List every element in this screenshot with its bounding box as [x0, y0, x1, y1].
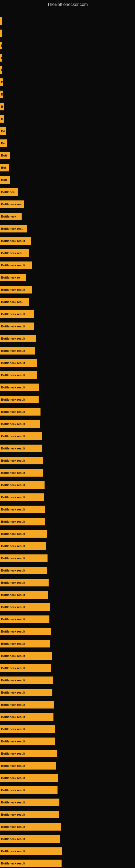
bar-row: Bottleneck result	[0, 518, 45, 525]
bar-label: Bottleneck	[1, 215, 16, 218]
bar: Bottleneck res	[0, 200, 24, 208]
bar-row: Bottleneck result	[0, 652, 52, 660]
bar-row: Bottleneck resu	[0, 225, 27, 232]
bar-label: E	[1, 68, 2, 72]
bar-row: Bottleneck result	[0, 383, 39, 391]
bar-row: Bottleneck result	[0, 481, 45, 489]
bar: Bottleneck result	[0, 493, 44, 501]
bar-label: Bottleneck result	[1, 727, 25, 731]
bar-label: Bottleneck result	[1, 630, 25, 633]
bar-label: Bottleneck result	[1, 386, 25, 389]
bar-row: Bottleneck result	[0, 261, 32, 269]
bar-row: Bottleneck result	[0, 677, 53, 684]
bar: Bo	[0, 140, 7, 147]
bar-row: Bottleneck result	[0, 408, 41, 415]
bar-row: Bottleneck result	[0, 335, 36, 342]
bar-row: Bottleneck result	[0, 591, 48, 599]
bar: Bottleneck result	[0, 335, 36, 342]
bar-label: Bottleneck result	[1, 581, 25, 584]
bar	[0, 18, 2, 25]
bar: Bottleneck result	[0, 457, 43, 464]
bar-label: Bottleneck result	[1, 788, 25, 792]
bar-label: Bottleneck result	[1, 545, 25, 548]
bar-label: B	[1, 117, 3, 120]
bar: E	[0, 54, 2, 62]
bar: Bottleneck result	[0, 542, 46, 550]
bar-row: Bott	[0, 152, 10, 159]
bar: Bottleneck result	[0, 811, 59, 818]
bar: Bottleneck resu	[0, 249, 29, 257]
bar-label: Bottleneck result	[1, 715, 25, 718]
bar-row: Bottleneck result	[0, 823, 61, 831]
bar-row: B	[0, 103, 4, 111]
bar-label: Bottleneck resu	[1, 227, 24, 230]
bar-label: Bottleneck result	[1, 764, 25, 767]
bar-row: Bottleneck result	[0, 310, 34, 318]
bar-row: Bottleneck result	[0, 799, 59, 806]
bar: Bottleneck	[0, 213, 21, 220]
bar-label: Bottleneck result	[1, 740, 25, 743]
bar: Bottleneck result	[0, 738, 55, 745]
bar: Bottleneck result	[0, 579, 49, 586]
bar-row: E	[0, 42, 2, 50]
bar-row: B	[0, 79, 3, 86]
bar: Bottleneck result	[0, 432, 42, 440]
bar-row: Bottleneck result	[0, 420, 40, 428]
bar-row: Bottlenec	[0, 188, 18, 196]
bar-row: Bottleneck result	[0, 237, 31, 245]
site-title: TheBottlenecker.com	[0, 0, 135, 9]
bar: Bott	[0, 176, 10, 184]
bar-label: Bottleneck result	[1, 691, 25, 694]
bar-row: Bottleneck result	[0, 359, 37, 367]
bar-label: Bottleneck result	[1, 654, 25, 657]
bar-label: Bottleneck result	[1, 642, 25, 645]
bar-label: Bottleneck result	[1, 862, 25, 865]
bar-row: Bottleneck result	[0, 786, 57, 794]
bar: Bottleneck result	[0, 774, 58, 782]
bar-row: Bottleneck result	[0, 860, 61, 867]
bar: Bott	[0, 152, 10, 159]
bar-row: Bottleneck resu	[0, 249, 29, 257]
bar: Bot	[0, 164, 9, 172]
bar-label: Bo	[1, 142, 5, 145]
bar: Bottleneck result	[0, 322, 34, 330]
bar: Bottleneck result	[0, 640, 50, 648]
bar-row: Bottleneck result	[0, 689, 52, 696]
bar-row: Bottleneck result	[0, 762, 56, 770]
bar-label: Bottleneck result	[1, 398, 25, 401]
bar-row: Bottleneck result	[0, 628, 51, 635]
bar: Bottleneck result	[0, 518, 45, 525]
bar-label: Bottleneck re	[1, 276, 20, 279]
bar: Bottleneck re	[0, 274, 26, 281]
bar: Bottleneck result	[0, 261, 32, 269]
bar-row: Bottleneck res	[0, 200, 24, 208]
bar: Bottleneck result	[0, 383, 39, 391]
bar-label: Bottleneck result	[1, 410, 25, 413]
bar-row: Bottleneck result	[0, 664, 51, 672]
bar-label: Bottleneck result	[1, 447, 25, 450]
bar-label: Bottleneck result	[1, 532, 25, 535]
bar-row: E	[0, 66, 2, 74]
bar: E	[0, 66, 2, 74]
bar-row: Bot	[0, 164, 9, 172]
bar-label: Bottlenec	[1, 190, 14, 194]
bar-row	[0, 30, 2, 37]
bar-label: Bo	[1, 129, 5, 133]
bar: Bottleneck result	[0, 286, 32, 293]
bar: Bottleneck result	[0, 799, 59, 806]
bar-label: Bottleneck result	[1, 264, 25, 267]
bar-label: Bottleneck result	[1, 849, 25, 853]
bar: Bottleneck result	[0, 371, 37, 379]
bar-row: Bottleneck result	[0, 286, 32, 293]
bar: Bottleneck result	[0, 713, 53, 721]
bar-row	[0, 18, 2, 25]
bar-row: Bottleneck result	[0, 835, 60, 843]
bar-label: Bottleneck result	[1, 666, 25, 670]
bar-row: Bottleneck result	[0, 567, 47, 574]
bar-label: Bottleneck result	[1, 288, 25, 291]
bar-row: Bottleneck result	[0, 347, 35, 354]
bar-row: Bottleneck result	[0, 396, 39, 403]
bar-label: Bottleneck result	[1, 837, 25, 841]
bar-label: Bottleneck result	[1, 569, 25, 572]
bar-label: Bottleneck result	[1, 801, 25, 804]
